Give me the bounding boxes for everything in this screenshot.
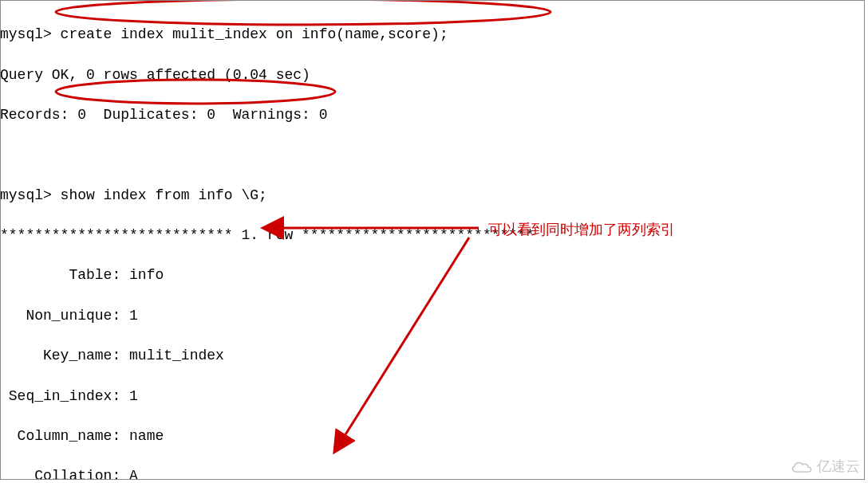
row1-table: info xyxy=(129,267,164,283)
row1-column: name xyxy=(129,428,164,444)
watermark-text: 亿速云 xyxy=(817,457,860,477)
row1-non-unique: 1 xyxy=(129,308,138,324)
annotation-text: 可以看到同时增加了两列索引 xyxy=(488,220,675,240)
watermark: 亿速云 xyxy=(790,457,860,477)
row1-key-name: mulit_index xyxy=(129,348,224,363)
row-separator-1: *************************** 1. row *****… xyxy=(0,226,868,245)
row1-seq: 1 xyxy=(129,388,138,404)
cloud-icon xyxy=(790,459,812,473)
sql-create-index: create index mulit_index on info(name,sc… xyxy=(52,26,448,42)
records-line: Records: 0 Duplicates: 0 Warnings: 0 xyxy=(0,105,868,125)
terminal-output: mysql> create index mulit_index on info(… xyxy=(0,0,868,483)
mysql-prompt[interactable]: mysql> xyxy=(0,26,52,42)
mysql-prompt[interactable]: mysql> xyxy=(0,187,52,203)
row1-collation: A xyxy=(129,468,138,483)
sql-show-index: show index from info \G; xyxy=(52,187,267,203)
query-ok-line: Query OK, 0 rows affected (0.04 sec) xyxy=(0,65,868,85)
